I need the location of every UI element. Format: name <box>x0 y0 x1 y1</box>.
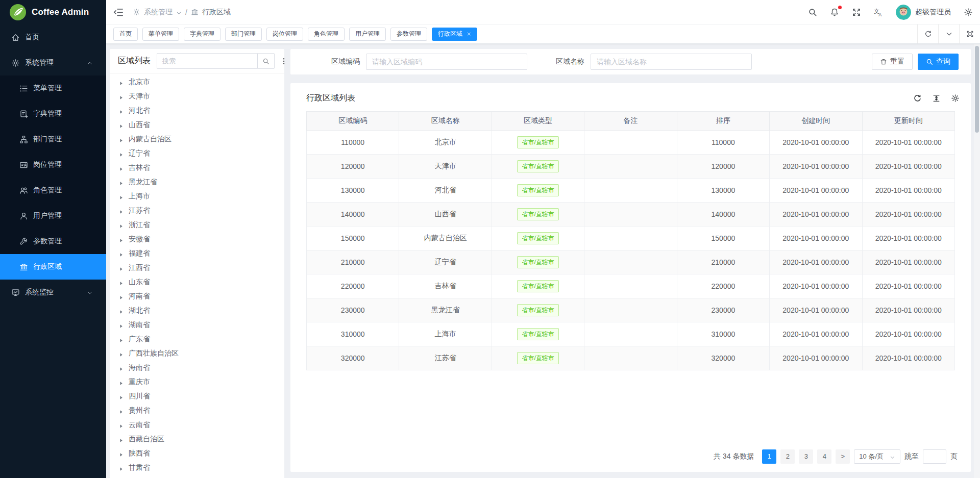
table-row-230000[interactable]: 230000黑龙江省省市/直辖市2300002020-10-01 00:00:0… <box>307 298 955 322</box>
filter-bar: 区域编码 区域名称 重置 查询 <box>290 49 971 74</box>
tree-item-label: 河南省 <box>129 292 150 301</box>
tree-item-江苏省[interactable]: 江苏省 <box>110 204 284 218</box>
tree-item-海南省[interactable]: 海南省 <box>110 361 284 375</box>
tree-item-河北省[interactable]: 河北省 <box>110 104 284 118</box>
tree-item-四川省[interactable]: 四川省 <box>110 389 284 404</box>
tab-行政区域[interactable]: 行政区域 <box>432 28 477 41</box>
column-settings-gear-icon[interactable] <box>951 94 960 103</box>
tree-item-贵州省[interactable]: 贵州省 <box>110 404 284 418</box>
app-logo[interactable]: Coffee Admin <box>0 0 106 24</box>
settings-gear-icon[interactable] <box>964 8 973 17</box>
sidebar-item-param[interactable]: 参数管理 <box>0 229 106 254</box>
pagination-next-button[interactable]: > <box>836 449 850 464</box>
tree-item-山西省[interactable]: 山西省 <box>110 118 284 132</box>
table-row-110000[interactable]: 110000北京市省市/直辖市1100002020-10-01 00:00:00… <box>307 131 955 155</box>
tree-item-内蒙古自治区[interactable]: 内蒙古自治区 <box>110 132 284 146</box>
tab-部门管理[interactable]: 部门管理 <box>225 28 262 41</box>
tree-item-上海市[interactable]: 上海市 <box>110 189 284 204</box>
tab-字典管理[interactable]: 字典管理 <box>184 28 220 41</box>
sidebar-item-user[interactable]: 用户管理 <box>0 203 106 229</box>
sidebar-item-label: 字典管理 <box>33 109 62 118</box>
fullscreen-icon[interactable] <box>852 8 861 17</box>
page-size-select[interactable]: 10 条/页 <box>854 449 900 464</box>
breadcrumb-parent[interactable]: 系统管理 <box>144 8 173 17</box>
tabs-refresh-icon[interactable] <box>917 24 938 43</box>
cell-code: 140000 <box>307 203 399 227</box>
tree-search-button[interactable] <box>257 53 275 69</box>
tree-more-kebab-icon[interactable] <box>280 57 288 66</box>
table-row-120000[interactable]: 120000天津市省市/直辖市1200002020-10-01 00:00:00… <box>307 155 955 179</box>
table-row-220000[interactable]: 220000吉林省省市/直辖市2200002020-10-01 00:00:00… <box>307 274 955 298</box>
page-button-4[interactable]: 4 <box>817 449 831 464</box>
tree-item-辽宁省[interactable]: 辽宁省 <box>110 146 284 161</box>
sidebar-item-region[interactable]: 行政区域 <box>0 254 106 280</box>
sidebar-item-home[interactable]: 首页 <box>0 24 106 50</box>
page-button-3[interactable]: 3 <box>799 449 813 464</box>
table-row-140000[interactable]: 140000山西省省市/直辖市1400002020-10-01 00:00:00… <box>307 203 955 227</box>
jump-page-input[interactable] <box>923 449 946 464</box>
tree-item-陕西省[interactable]: 陕西省 <box>110 446 284 461</box>
tab-bar: 首页菜单管理字典管理部门管理岗位管理角色管理用户管理参数管理行政区域 <box>106 24 980 44</box>
tree-search-input[interactable] <box>157 53 257 69</box>
tree-item-天津市[interactable]: 天津市 <box>110 89 284 104</box>
search-icon[interactable] <box>808 8 817 17</box>
tree-item-浙江省[interactable]: 浙江省 <box>110 218 284 232</box>
tree-item-江西省[interactable]: 江西省 <box>110 261 284 275</box>
reset-button[interactable]: 重置 <box>872 54 913 70</box>
tab-用户管理[interactable]: 用户管理 <box>349 28 386 41</box>
tree-item-湖南省[interactable]: 湖南省 <box>110 318 284 332</box>
sidebar-item-post[interactable]: 岗位管理 <box>0 152 106 178</box>
sidebar-item-dept[interactable]: 部门管理 <box>0 127 106 152</box>
sidebar-item-monitor[interactable]: 系统监控 <box>0 280 106 305</box>
region-code-input[interactable] <box>366 54 527 70</box>
table-row-310000[interactable]: 310000上海市省市/直辖市3100002020-10-01 00:00:00… <box>307 322 955 346</box>
scrollbar-thumb[interactable] <box>975 46 979 133</box>
tab-close-icon[interactable] <box>467 32 471 36</box>
cell-updated: 2020-10-01 00:00:00 <box>862 322 954 346</box>
tree-item-广东省[interactable]: 广东省 <box>110 332 284 346</box>
tab-角色管理[interactable]: 角色管理 <box>308 28 345 41</box>
cell-code: 220000 <box>307 274 399 298</box>
tree-item-广西壮族自治区[interactable]: 广西壮族自治区 <box>110 346 284 361</box>
sidebar-item-system[interactable]: 系统管理 <box>0 50 106 76</box>
sidebar-item-menu[interactable]: 菜单管理 <box>0 76 106 101</box>
tree-item-青海省[interactable]: 青海省 <box>110 475 284 478</box>
page-button-1[interactable]: 1 <box>762 449 776 464</box>
tab-菜单管理[interactable]: 菜单管理 <box>142 28 179 41</box>
tree-item-福建省[interactable]: 福建省 <box>110 246 284 261</box>
tree-item-重庆市[interactable]: 重庆市 <box>110 375 284 389</box>
tree-item-安徽省[interactable]: 安徽省 <box>110 232 284 246</box>
dictionary-icon <box>19 110 28 118</box>
sidebar-item-role[interactable]: 角色管理 <box>0 178 106 203</box>
table-row-210000[interactable]: 210000辽宁省省市/直辖市2100002020-10-01 00:00:00… <box>307 250 955 274</box>
tree-item-云南省[interactable]: 云南省 <box>110 418 284 432</box>
tree-item-湖北省[interactable]: 湖北省 <box>110 304 284 318</box>
tree-item-黑龙江省[interactable]: 黑龙江省 <box>110 175 284 189</box>
table-row-130000[interactable]: 130000河北省省市/直辖市1300002020-10-01 00:00:00… <box>307 179 955 203</box>
sidebar-item-dict[interactable]: 字典管理 <box>0 101 106 127</box>
translate-icon[interactable]: 文A <box>874 8 883 17</box>
tabs-chevron-down-icon[interactable] <box>938 24 959 43</box>
sidebar-collapse-icon[interactable] <box>113 7 124 17</box>
tree-item-吉林省[interactable]: 吉林省 <box>110 161 284 175</box>
page-button-2[interactable]: 2 <box>780 449 795 464</box>
tabs-maximize-icon[interactable] <box>959 24 980 43</box>
query-button[interactable]: 查询 <box>918 54 959 70</box>
tab-岗位管理[interactable]: 岗位管理 <box>266 28 303 41</box>
row-height-icon[interactable] <box>932 94 941 103</box>
tree-item-山东省[interactable]: 山东省 <box>110 275 284 289</box>
tree-item-甘肃省[interactable]: 甘肃省 <box>110 461 284 475</box>
table-row-320000[interactable]: 320000江苏省省市/直辖市3200002020-10-01 00:00:00… <box>307 346 955 370</box>
tree-item-西藏自治区[interactable]: 西藏自治区 <box>110 432 284 446</box>
tree-item-河南省[interactable]: 河南省 <box>110 289 284 304</box>
refresh-icon[interactable] <box>913 94 922 103</box>
tab-首页[interactable]: 首页 <box>113 28 138 41</box>
tab-参数管理[interactable]: 参数管理 <box>390 28 427 41</box>
caret-right-icon <box>118 208 124 214</box>
tree-item-北京市[interactable]: 北京市 <box>110 75 284 89</box>
region-name-input[interactable] <box>591 54 752 70</box>
user-menu[interactable]: 超级管理员 <box>896 5 951 20</box>
column-header-备注: 备注 <box>584 112 677 131</box>
table-row-150000[interactable]: 150000内蒙古自治区省市/直辖市1500002020-10-01 00:00… <box>307 227 955 250</box>
notification-bell-icon[interactable] <box>830 8 839 17</box>
